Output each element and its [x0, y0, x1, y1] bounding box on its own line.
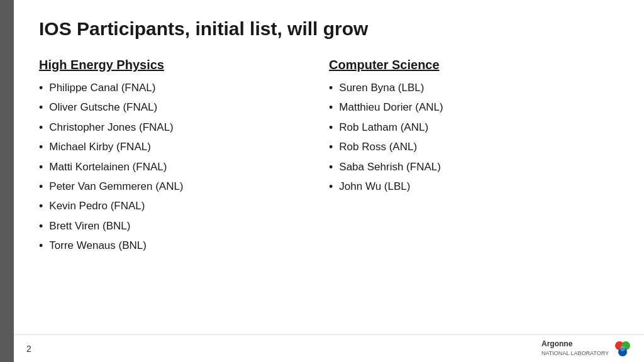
- list-item: Matthieu Dorier (ANL): [329, 101, 619, 115]
- list-item: Kevin Pedro (FNAL): [39, 199, 329, 214]
- left-column: High Energy Physics Philippe Canal (FNAL…: [39, 58, 329, 349]
- list-item: Brett Viren (BNL): [39, 219, 329, 234]
- columns-container: High Energy Physics Philippe Canal (FNAL…: [39, 58, 619, 349]
- slide-footer: 2 Argonne NATIONAL LABORATORY: [14, 334, 644, 362]
- list-item: Torre Wenaus (BNL): [39, 239, 329, 253]
- list-item: Peter Van Gemmeren (ANL): [39, 180, 329, 194]
- slide-title: IOS Participants, initial list, will gro…: [39, 18, 619, 40]
- list-item: Rob Ross (ANL): [329, 140, 619, 155]
- slide: IOS Participants, initial list, will gro…: [0, 0, 644, 362]
- page-number: 2: [26, 344, 31, 354]
- logo-text: Argonne NATIONAL LABORATORY: [541, 340, 609, 356]
- list-item: Rob Latham (ANL): [329, 121, 619, 135]
- left-bar: [0, 0, 14, 362]
- list-item: Christopher Jones (FNAL): [39, 121, 329, 135]
- right-column: Computer Science Suren Byna (LBL)Matthie…: [329, 58, 619, 349]
- list-item: Suren Byna (LBL): [329, 81, 619, 96]
- list-item: Michael Kirby (FNAL): [39, 140, 329, 155]
- svg-point-3: [620, 346, 625, 351]
- list-item: Philippe Canal (FNAL): [39, 81, 329, 96]
- right-column-heading: Computer Science: [329, 58, 619, 72]
- slide-content: IOS Participants, initial list, will gro…: [14, 0, 644, 362]
- right-bullet-list: Suren Byna (LBL)Matthieu Dorier (ANL)Rob…: [329, 81, 619, 199]
- left-bullet-list: Philippe Canal (FNAL)Oliver Gutsche (FNA…: [39, 81, 329, 259]
- left-column-heading: High Energy Physics: [39, 58, 329, 72]
- list-item: Matti Kortelainen (FNAL): [39, 160, 329, 175]
- list-item: Saba Sehrish (FNAL): [329, 160, 619, 175]
- logo-area: Argonne NATIONAL LABORATORY: [541, 340, 631, 358]
- list-item: John Wu (LBL): [329, 180, 619, 194]
- list-item: Oliver Gutsche (FNAL): [39, 101, 329, 115]
- argonne-logo-icon: [614, 340, 631, 358]
